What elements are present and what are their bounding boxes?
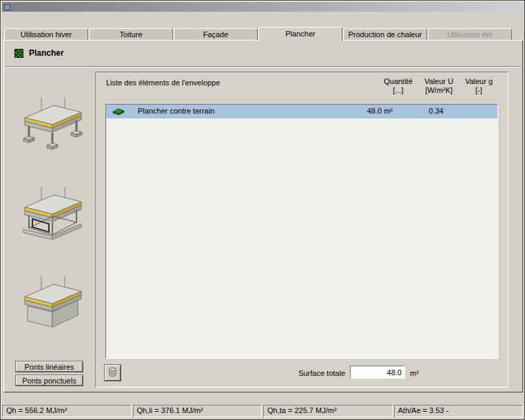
surface-total-field[interactable] [350,366,405,379]
floor-on-ground-image[interactable] [21,275,84,331]
tab-plancher[interactable]: Plancher [258,27,342,41]
app-window: Utilisation hiver Toiture Façade Planche… [0,0,525,420]
tab-toiture[interactable]: Toiture [89,28,173,40]
tab-bar: Utilisation hiver Toiture Façade Planche… [4,27,513,40]
surface-unit-label: m² [410,369,419,377]
element-name: Plancher contre terrain [138,107,214,115]
column-unit: [-] [450,86,508,95]
content-panel: Plancher [3,40,523,392]
header-separator [6,66,521,67]
tab-facade[interactable]: Façade [174,28,258,40]
status-qh-li: Qh,li = 376.1 MJ/m² [133,405,262,417]
status-qh: Qh = 556.2 MJ/m² [2,405,132,417]
tab-utilisation-hiver[interactable]: Utilisation hiver [4,28,88,40]
envelope-panel: Liste des éléments de l'enveloppe Quanti… [95,72,508,388]
floor-over-unheated-space-image[interactable] [21,185,84,242]
tab-utilisation-ete: Utilisation été [428,28,512,40]
column-label: Valeur g [450,77,508,86]
status-qh-ta: Qh,ta = 225.7 MJ/m² [263,405,393,417]
trash-icon [108,367,117,379]
page-title: Plancher [29,48,64,58]
ponts-lineaires-button[interactable]: Ponts linéaires [16,361,83,372]
floor-slab-icon [112,107,125,117]
ponts-ponctuels-button[interactable]: Ponts ponctuels [16,375,83,386]
delete-element-button[interactable] [105,365,121,381]
envelope-list: Plancher contre terrain 48.0 m² 0.34 [105,104,498,359]
surface-totale-label: Surface totale [261,369,345,377]
table-row[interactable]: Plancher contre terrain 48.0 m² 0.34 [106,105,497,118]
title-bar [2,2,523,12]
element-u-value: 0.34 [415,107,457,115]
page-header: Plancher [14,48,64,58]
tab-production-de-chaleur[interactable]: Production de chaleur [343,28,427,40]
envelope-list-title: Liste des éléments de l'enveloppe [106,78,220,87]
green-checker-icon [14,49,23,58]
status-bar: Qh = 556.2 MJ/m² Qh,li = 376.1 MJ/m² Qh,… [2,405,523,417]
element-quantity: 48.0 m² [338,107,393,115]
column-header-valeur-g: Valeur g [-] [450,77,508,95]
floor-on-columns-image[interactable] [21,96,84,152]
window-icon [4,4,10,10]
status-ath-ae: Ath/Ae = 3.53 - [394,405,524,417]
